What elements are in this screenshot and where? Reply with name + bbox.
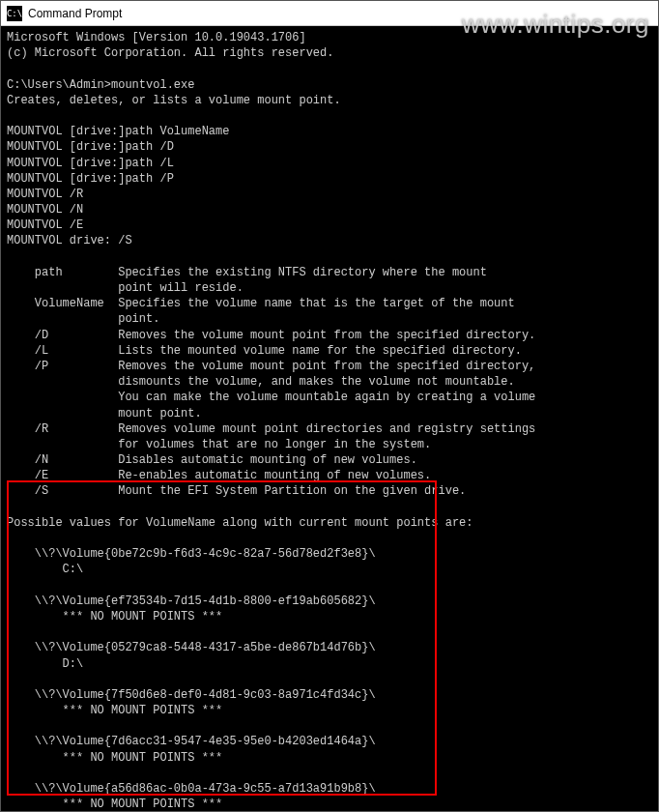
titlebar[interactable]: C:\ Command Prompt bbox=[1, 1, 658, 26]
terminal-output[interactable]: Microsoft Windows [Version 10.0.19043.17… bbox=[1, 26, 658, 811]
terminal-volumes-text: \\?\Volume{0be72c9b-f6d3-4c9c-82a7-56d78… bbox=[7, 547, 376, 811]
window-title: Command Prompt bbox=[28, 7, 652, 20]
terminal-header-text: Microsoft Windows [Version 10.0.19043.17… bbox=[7, 31, 535, 530]
cmd-icon: C:\ bbox=[7, 6, 22, 21]
command-prompt-window: C:\ Command Prompt Microsoft Windows [Ve… bbox=[0, 0, 659, 812]
